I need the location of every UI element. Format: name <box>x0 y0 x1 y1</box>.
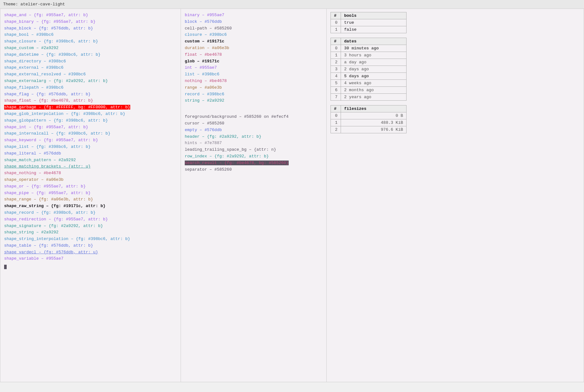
row-num: 6 <box>331 87 341 94</box>
row-num: 2 <box>331 126 341 133</box>
row-num: 7 <box>331 94 341 101</box>
row-num: 2 <box>331 59 341 66</box>
filesizes-table: # filesizes 0 0 B 1 488.3 KiB 2 976.6 Ki… <box>331 105 407 133</box>
theme-label: Theme: atelier-cave-light <box>0 0 584 9</box>
row-num: 3 <box>331 66 341 73</box>
list-item: shape_variable – #955ae7 <box>4 256 177 262</box>
bools-col-val: bools <box>341 12 407 19</box>
list-item: shape_flag – {fg: #576ddb, attr: b} <box>4 91 177 98</box>
list-item: shape_redirection – {fg: #955ae7, attr: … <box>4 216 177 223</box>
list-item: shape_range – {fg: #a06e3b, attr: b} <box>4 196 177 203</box>
list-item: separator – #585260 <box>185 167 323 173</box>
table-row: 2 976.6 KiB <box>331 126 407 133</box>
list-item: shape_datetime – {fg: #398bc6, attr: b} <box>4 52 177 58</box>
table-row: 0 true <box>331 19 407 26</box>
list-item: block – #576ddb <box>185 19 323 25</box>
row-num: 0 <box>331 112 341 119</box>
row-val: 2 days ago <box>341 66 407 73</box>
table-row: 7 2 years ago <box>331 94 407 101</box>
list-item: shape_vardecl – {fg: #576ddb, attr: u} <box>4 249 177 256</box>
table-row: 1 3 hours ago <box>331 52 407 59</box>
list-item: shape_custom – #2a9292 <box>4 45 177 52</box>
left-column: shape_and – {fg: #955ae7, attr: b} shape… <box>0 9 181 382</box>
list-item: shape_externalarg – {fg: #2a9292, attr: … <box>4 78 177 85</box>
list-item: range – #a06e3b <box>185 85 323 91</box>
list-item: shape_external – #398bc6 <box>4 65 177 71</box>
list-item: shape_binary – {fg: #955ae7, attr: b} <box>4 19 177 25</box>
list-item: shape_globpattern – {fg: #398bc6, attr: … <box>4 117 177 124</box>
dates-col-val: dates <box>341 38 407 45</box>
row-num: 1 <box>331 26 341 33</box>
list-item: foreground/background – #585260 on #efec… <box>185 114 323 120</box>
filesizes-col-val: filesizes <box>341 105 407 112</box>
list-item: shape_string – #2a9292 <box>4 229 177 236</box>
list-item: shape_signature – {fg: #2a9292, attr: b} <box>4 223 177 230</box>
list-item: shape_operator – #a06e3b <box>4 177 177 183</box>
list-item: shape_string_interpolation – {fg: #398bc… <box>4 236 177 243</box>
main-container: shape_and – {fg: #955ae7, attr: b} shape… <box>0 9 584 382</box>
list-item: glob – #19171c <box>185 58 323 65</box>
right-column: # bools 0 true 1 false # dates <box>327 9 584 382</box>
cursor-block <box>4 265 7 269</box>
dates-col-num: # <box>331 38 341 45</box>
list-item-garbage: shape_garbage – {fg: #FFFFFF, bg: #FF000… <box>4 104 177 111</box>
row-val: 2 months ago <box>341 87 407 94</box>
list-item: shape_float – {fg: #be4678, attr: b} <box>4 98 177 104</box>
row-num: 0 <box>331 19 341 26</box>
list-item: shape_keyword – {fg: #955ae7, attr: b} <box>4 137 177 144</box>
list-item: duration – #a06e3b <box>185 45 323 52</box>
row-val: false <box>341 26 407 33</box>
list-item: shape_table – {fg: #576ddb, attr: b} <box>4 243 177 249</box>
list-item: custom – #19171c <box>185 38 323 45</box>
list-item: record – #398bc6 <box>185 91 323 98</box>
filesizes-col-num: # <box>331 105 341 112</box>
bools-table: # bools 0 true 1 false <box>331 12 407 33</box>
bools-col-num: # <box>331 12 341 19</box>
list-item: float – #be4678 <box>185 52 323 58</box>
list-item: shape_match_pattern – #2a9292 <box>4 157 177 164</box>
table-row: 2 a day ago <box>331 59 407 66</box>
table-row: 3 2 days ago <box>331 66 407 73</box>
list-item: shape_directory – #398bc6 <box>4 58 177 65</box>
row-val: 30 minutes ago <box>341 45 407 52</box>
table-row: 0 0 B <box>331 112 407 119</box>
table-row: 6 2 months ago <box>331 87 407 94</box>
list-item: empty – #576ddb <box>185 127 323 134</box>
list-item-search-result: search_result – {fg: #be4678, bg: #58526… <box>185 160 323 167</box>
mid-column: binary – #955ae7 block – #576ddb cell-pa… <box>181 9 327 382</box>
row-val: true <box>341 19 407 26</box>
row-num: 4 <box>331 73 341 80</box>
row-val: 4 weeks ago <box>341 80 407 87</box>
dates-table: # dates 0 30 minutes ago 1 3 hours ago 2… <box>331 38 407 101</box>
list-item: shape_bool – #398bc6 <box>4 32 177 38</box>
list-item: shape_pipe – {fg: #955ae7, attr: b} <box>4 190 177 197</box>
list-item: binary – #955ae7 <box>185 12 323 19</box>
list-item: shape_block – {fg: #576ddb, attr: b} <box>4 25 177 32</box>
list-item: shape_and – {fg: #955ae7, attr: b} <box>4 12 177 19</box>
row-num: 1 <box>331 52 341 59</box>
list-item: int – #955ae7 <box>185 65 323 71</box>
list-item: shape_external_resolved – #398bc6 <box>4 71 177 78</box>
list-item: cursor – #585260 <box>185 120 323 127</box>
list-item: shape_closure – {fg: #398bc6, attr: b} <box>4 38 177 45</box>
list-item: shape_glob_interpolation – {fg: #398bc6,… <box>4 111 177 117</box>
list-item: shape_matching_brackets – {attr: u} <box>4 163 177 170</box>
list-item: shape_or – {fg: #955ae7, attr: b} <box>4 183 177 190</box>
list-item: nothing – #be4678 <box>185 78 323 85</box>
table-row: 4 5 days ago <box>331 73 407 80</box>
list-item: header – {fg: #2a9292, attr: b} <box>185 134 323 140</box>
list-item: shape_list – {fg: #398bc6, attr: b} <box>4 144 177 150</box>
table-row: 1 488.3 KiB <box>331 119 407 126</box>
list-item: cell-path – #585260 <box>185 25 323 32</box>
list-item: shape_raw_string – {fg: #19171c, attr: b… <box>4 203 177 210</box>
list-item: shape_nothing – #be4678 <box>4 170 177 177</box>
table-row: 5 4 weeks ago <box>331 80 407 87</box>
row-val: 0 B <box>341 112 407 119</box>
row-val: 3 hours ago <box>341 52 407 59</box>
list-item: shape_literal – #576ddb <box>4 150 177 157</box>
row-num: 1 <box>331 119 341 126</box>
row-num: 5 <box>331 80 341 87</box>
table-row: 0 30 minutes ago <box>331 45 407 52</box>
list-item: leading_trailing_space_bg – {attr: n} <box>185 147 323 153</box>
row-val: a day ago <box>341 59 407 66</box>
